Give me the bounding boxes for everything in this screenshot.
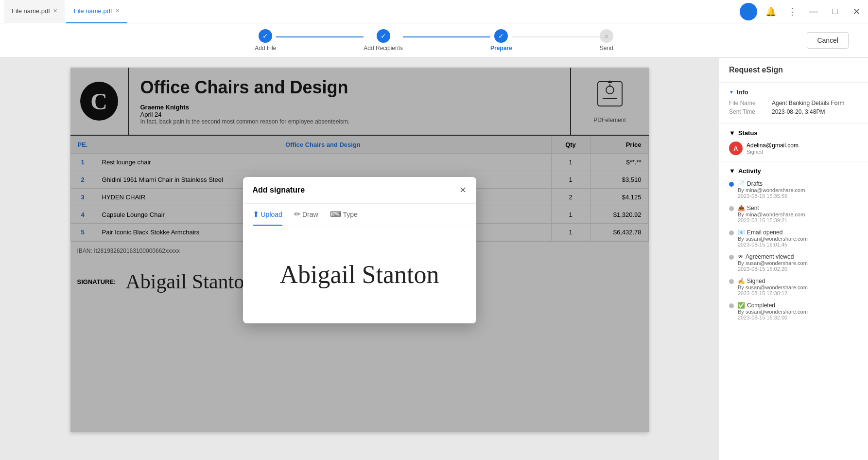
activity-item: 👁 Agreement viewed By susan@wondershare.…: [729, 253, 858, 272]
activity-type-label: Drafts: [747, 180, 763, 187]
wizard-step-add-recipients[interactable]: ✓ Add Recipients: [364, 29, 403, 52]
activity-by: By susan@wondershare.com: [738, 284, 858, 290]
step-label-prepare: Prepare: [490, 45, 512, 52]
activity-item: ✍ Signed By susan@wondershare.com 2023-0…: [729, 278, 858, 296]
draw-icon: ✏: [294, 210, 300, 218]
activity-type-icon: ✅: [738, 302, 745, 309]
tab-2[interactable]: File name.pdf ✕: [66, 0, 127, 23]
wizard-line-1: [276, 36, 364, 37]
info-filename-row: File Name Agent Banking Details Form: [729, 100, 858, 106]
activity-type-icon: 📤: [738, 205, 745, 212]
status-section: ▼ Status A Adelina@gmail.com Signed: [719, 124, 868, 161]
step-icon-prepare: ✓: [494, 29, 508, 43]
modal-body: Abigail Stanton: [243, 226, 476, 323]
wizard-step-add-file[interactable]: ✓ Add File: [255, 29, 276, 52]
add-signature-modal: Add signature ✕ ⬆Upload ✏Draw ⌨Type: [243, 177, 476, 323]
top-bar-actions: 👤 🔔 ⋮ — □ ✕: [740, 3, 864, 20]
tab1-label: File name.pdf: [12, 7, 50, 15]
activity-section-header: ▼ Activity: [729, 167, 858, 175]
wizard-step-prepare[interactable]: ✓ Prepare: [490, 29, 512, 52]
activity-dot: [729, 230, 734, 235]
activity-by: By susan@wondershare.com: [738, 260, 858, 266]
info-chevron-icon: ▼: [729, 89, 734, 95]
type-icon: ⌨: [330, 210, 341, 218]
upload-icon: ⬆: [253, 210, 259, 218]
cancel-button[interactable]: Cancel: [807, 32, 849, 49]
activity-type: 📤 Sent: [738, 205, 858, 212]
modal-tab-draw[interactable]: ✏Draw: [294, 204, 318, 226]
activity-time: 2023-08-15 16:01:45: [738, 242, 858, 248]
info-section: ▼ Info File Name Agent Banking Details F…: [719, 83, 868, 124]
info-senttime-value: 2023-08-20, 3:48PM: [772, 108, 825, 115]
activity-time: 2023-08-15 16:32:00: [738, 315, 858, 320]
activity-type-label: Signed: [747, 278, 765, 284]
step-label-add-recipients: Add Recipients: [364, 45, 403, 52]
right-panel-header: Request eSign: [719, 58, 868, 83]
recipient-info: Adelina@gmail.com Signed: [746, 142, 799, 155]
activity-item: 📤 Sent By mina@wondershare.com 2023-08-1…: [729, 205, 858, 223]
activity-chevron-icon: ▼: [729, 167, 735, 175]
modal-header: Add signature ✕: [243, 177, 476, 204]
activity-time: 2023-08-15 15:39:21: [738, 217, 858, 223]
activity-type-icon: 📧: [738, 229, 745, 236]
activity-time: 2023-08-15 16:02:20: [738, 266, 858, 272]
status-chevron-icon: ▼: [729, 129, 735, 137]
activity-item: ✅ Completed By susan@wondershare.com 202…: [729, 302, 858, 320]
status-section-label: Status: [738, 129, 758, 137]
right-panel: Request eSign ▼ Info File Name Agent Ban…: [719, 58, 868, 460]
right-panel-title: Request eSign: [729, 66, 783, 74]
activity-content: 📄 Drafts By mina@wondershare.com 2023-08…: [738, 180, 858, 199]
activity-dot: [729, 206, 734, 211]
activity-type: ✅ Completed: [738, 302, 858, 309]
activity-dot: [729, 255, 734, 260]
activity-section-label: Activity: [738, 167, 761, 175]
minimize-icon[interactable]: —: [806, 4, 821, 19]
wizard-step-send[interactable]: ○ Send: [600, 29, 613, 52]
notifications-icon[interactable]: 🔔: [763, 4, 779, 19]
activity-by: By mina@wondershare.com: [738, 187, 858, 193]
wizard-line-2: [403, 36, 490, 37]
modal-close-button[interactable]: ✕: [459, 185, 467, 195]
activity-content: 👁 Agreement viewed By susan@wondershare.…: [738, 253, 858, 272]
tab2-label: File name.pdf: [74, 7, 112, 15]
activity-type: ✍ Signed: [738, 278, 858, 284]
main-content: C Office Chairs and Design Graeme Knight…: [0, 58, 868, 460]
maximize-icon[interactable]: □: [827, 4, 843, 19]
activity-type-icon: ✍: [738, 278, 745, 284]
recipient-email: Adelina@gmail.com: [746, 142, 799, 149]
tab2-close-icon[interactable]: ✕: [115, 8, 120, 14]
activity-time: 2023-08-15 16:30:12: [738, 290, 858, 296]
activity-by: By susan@wondershare.com: [738, 309, 858, 315]
activity-type-label: Email opened: [747, 229, 782, 236]
modal-signature-preview: Abigail Stanton: [280, 260, 439, 289]
activity-type-icon: 📄: [738, 180, 745, 187]
modal-tabs: ⬆Upload ✏Draw ⌨Type: [243, 204, 476, 226]
activity-type: 📧 Email opened: [738, 229, 858, 236]
close-icon[interactable]: ✕: [849, 4, 864, 19]
activity-section: ▼ Activity 📄 Drafts By mina@wondershare.…: [719, 161, 868, 326]
activity-dot: [729, 279, 734, 284]
more-options-icon[interactable]: ⋮: [784, 4, 800, 19]
step-label-add-file: Add File: [255, 45, 276, 52]
modal-tab-upload[interactable]: ⬆Upload: [253, 204, 282, 226]
activity-content: 📤 Sent By mina@wondershare.com 2023-08-1…: [738, 205, 858, 223]
activity-time: 2023-08-15 15:35:55: [738, 193, 858, 199]
user-avatar[interactable]: 👤: [740, 3, 757, 20]
modal-tab-type[interactable]: ⌨Type: [330, 204, 358, 226]
modal-title: Add signature: [253, 186, 305, 195]
tab1-close-icon[interactable]: ✕: [53, 8, 57, 14]
activity-dot: [729, 303, 734, 308]
activity-content: ✍ Signed By susan@wondershare.com 2023-0…: [738, 278, 858, 296]
document-page: C Office Chairs and Design Graeme Knight…: [70, 68, 649, 432]
activity-type: 👁 Agreement viewed: [738, 253, 858, 260]
info-senttime-label: Sent Time: [729, 108, 768, 115]
status-item: A Adelina@gmail.com Signed: [729, 142, 858, 155]
status-section-header: ▼ Status: [729, 129, 858, 137]
info-filename-value: Agent Banking Details Form: [772, 100, 844, 106]
activity-item: 📄 Drafts By mina@wondershare.com 2023-08…: [729, 180, 858, 199]
info-section-header: ▼ Info: [729, 88, 858, 96]
document-area: C Office Chairs and Design Graeme Knight…: [0, 58, 719, 460]
activity-content: ✅ Completed By susan@wondershare.com 202…: [738, 302, 858, 320]
top-bar: File name.pdf ✕ File name.pdf ✕ 👤 🔔 ⋮ — …: [0, 0, 868, 23]
tab-1[interactable]: File name.pdf ✕: [4, 0, 65, 23]
